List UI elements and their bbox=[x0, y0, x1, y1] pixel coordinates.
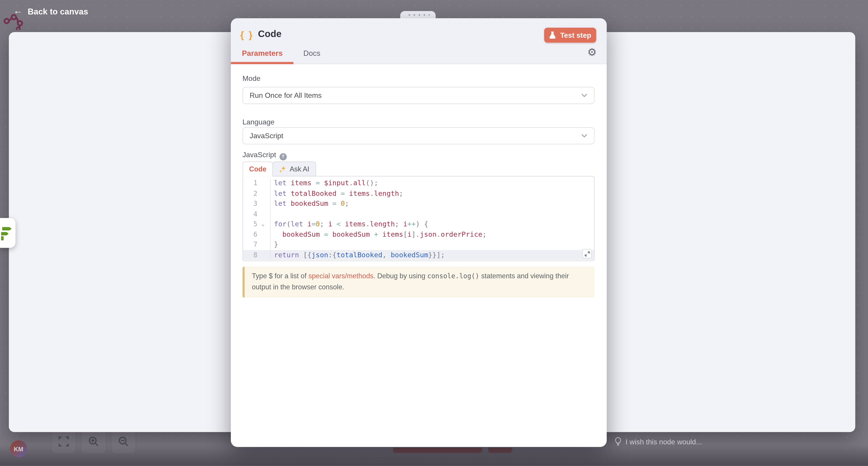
lightbulb-icon bbox=[614, 437, 622, 446]
line-number: 2 bbox=[243, 189, 271, 199]
flask-icon bbox=[549, 31, 556, 39]
node-feedback-link[interactable]: I wish this node would... bbox=[614, 437, 702, 446]
code-line[interactable]: 7} bbox=[243, 239, 594, 249]
chevron-down-icon bbox=[581, 134, 587, 138]
zoom-in-icon bbox=[88, 436, 99, 447]
canvas-controls bbox=[51, 429, 136, 454]
help-icon[interactable]: ? bbox=[279, 153, 287, 160]
editor-label: JavaScript? bbox=[243, 151, 287, 159]
screen: KM I wish this node would... ← Back to c… bbox=[0, 0, 868, 466]
code-line[interactable]: 8return [{json:{totalBooked, bookedSum}}… bbox=[243, 250, 594, 260]
active-tab-underline bbox=[231, 62, 293, 64]
fit-view-icon bbox=[58, 436, 69, 447]
drag-dots-icon bbox=[407, 13, 429, 18]
line-number: 1 bbox=[243, 178, 271, 189]
code-line[interactable]: 4 bbox=[243, 209, 594, 219]
tab-parameters[interactable]: Parameters bbox=[242, 49, 283, 58]
node-feedback-label: I wish this node would... bbox=[625, 437, 702, 446]
zoom-in-button[interactable] bbox=[81, 429, 106, 454]
zoom-out-button[interactable] bbox=[111, 429, 136, 454]
canvas-overlay: KM I wish this node would... ← Back to c… bbox=[0, 0, 868, 466]
code-line[interactable]: 3let bookedSum = 0; bbox=[243, 199, 594, 209]
back-arrow-icon: ← bbox=[13, 6, 23, 15]
back-to-canvas-label: Back to canvas bbox=[28, 6, 88, 16]
mode-select[interactable]: Run Once for All Items bbox=[243, 87, 595, 104]
back-to-canvas-button[interactable]: ← Back to canvas bbox=[13, 6, 88, 16]
special-vars-link[interactable]: special vars/methods. bbox=[308, 272, 375, 280]
node-title: Code bbox=[258, 29, 281, 40]
dimmed-secondary-button bbox=[488, 447, 512, 453]
expand-icon bbox=[584, 251, 590, 256]
expand-editor-button[interactable] bbox=[582, 249, 592, 258]
fold-chevron-icon[interactable]: ⌄ bbox=[257, 219, 269, 229]
code-line[interactable]: 5⌄for(let i=0; i < items.length; i++) { bbox=[243, 219, 594, 229]
mode-value: Run Once for All Items bbox=[250, 91, 322, 100]
dimmed-primary-button bbox=[393, 447, 482, 453]
test-step-label: Test step bbox=[560, 31, 591, 39]
editor-tabs: Code Ask AI bbox=[243, 162, 316, 176]
sparkles-icon bbox=[279, 165, 286, 173]
editor-tab-ask-ai[interactable]: Ask AI bbox=[273, 162, 316, 176]
line-number: 7 bbox=[243, 239, 271, 249]
code-line[interactable]: 2let totalBooked = items.length; bbox=[243, 189, 594, 199]
line-number: 8 bbox=[243, 250, 271, 260]
code-line[interactable]: 6 bookedSum = bookedSum + items[i].json.… bbox=[243, 229, 594, 239]
tab-docs[interactable]: Docs bbox=[303, 49, 320, 58]
node-header: { } Code Test step Parameters Docs ⚙ bbox=[231, 18, 607, 64]
code-node-icon: { } bbox=[240, 30, 254, 41]
input-node-chip[interactable] bbox=[0, 218, 16, 248]
language-value: JavaScript bbox=[250, 132, 283, 140]
mode-label: Mode bbox=[243, 74, 260, 82]
if-node-icon bbox=[1, 225, 14, 241]
fit-view-button[interactable] bbox=[51, 429, 76, 454]
line-number: 3 bbox=[243, 199, 271, 209]
code-editor[interactable]: 1let items = $input.all();2let totalBook… bbox=[243, 176, 595, 261]
language-label: Language bbox=[243, 118, 275, 126]
chevron-down-icon bbox=[581, 94, 587, 97]
line-number: 4 bbox=[243, 209, 271, 219]
test-step-button[interactable]: Test step bbox=[544, 28, 596, 42]
gear-icon[interactable]: ⚙ bbox=[587, 47, 597, 58]
avatar[interactable]: KM bbox=[10, 440, 27, 458]
language-select[interactable]: JavaScript bbox=[243, 127, 595, 144]
line-number: 5⌄ bbox=[243, 219, 271, 229]
code-lines: 1let items = $input.all();2let totalBook… bbox=[243, 178, 594, 260]
editor-hint: Type $ for a list of special vars/method… bbox=[243, 267, 595, 297]
line-number: 6 bbox=[243, 229, 271, 239]
code-line[interactable]: 1let items = $input.all(); bbox=[243, 178, 594, 189]
node-settings-pane: { } Code Test step Parameters Docs ⚙ Mod… bbox=[231, 18, 607, 447]
zoom-out-icon bbox=[118, 436, 129, 447]
editor-tab-code[interactable]: Code bbox=[243, 162, 273, 176]
